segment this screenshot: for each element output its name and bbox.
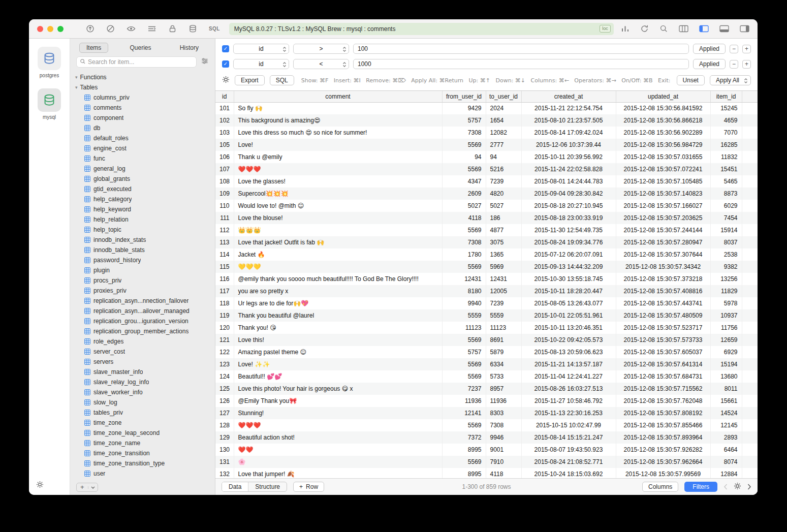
- cell-comment[interactable]: Thank u @emily: [234, 151, 442, 163]
- cell-is_[interactable]: [742, 212, 758, 224]
- cell-from_user_id[interactable]: 4347: [442, 175, 486, 187]
- column-header-is_[interactable]: is_: [742, 91, 758, 102]
- rows-icon[interactable]: [147, 24, 156, 33]
- filter-operator-select[interactable]: <: [293, 59, 349, 69]
- cell-to_user_id[interactable]: 7239: [486, 297, 521, 309]
- cell-updated_at[interactable]: 2015-12-08 15:30:57.443741: [616, 297, 710, 309]
- cell-from_user_id[interactable]: 7308: [442, 127, 486, 139]
- cell-is_[interactable]: [742, 407, 758, 419]
- cell-comment[interactable]: @emily thank you soooo much beautiful!!!…: [234, 273, 442, 285]
- search-input[interactable]: [88, 58, 193, 66]
- cell-comment[interactable]: @Emily Thank you🎀: [234, 395, 442, 407]
- cell-item_id[interactable]: 13256: [710, 273, 742, 285]
- cell-created_at[interactable]: 2015-11-13 22:30:16.253: [521, 407, 616, 419]
- cell-comment[interactable]: Amazing pastel theme 😊: [234, 346, 442, 358]
- sidebar-table-item[interactable]: gtid_executed: [70, 184, 215, 194]
- cell-is_[interactable]: [742, 248, 758, 261]
- table-row[interactable]: 130❤️❤️899590012015-08-07 19:43:50.92320…: [215, 444, 758, 456]
- sidebar-table-item[interactable]: comments: [70, 103, 215, 113]
- filter-settings-gear-icon[interactable]: [222, 76, 230, 85]
- disconnect-icon[interactable]: [106, 24, 115, 33]
- cell-id[interactable]: 121: [215, 334, 234, 346]
- cell-item_id[interactable]: 7070: [710, 127, 742, 139]
- sidebar-table-item[interactable]: engine_cost: [70, 143, 215, 153]
- sql-button[interactable]: SQL: [270, 75, 294, 85]
- toggle-right-panel-icon[interactable]: [740, 25, 749, 33]
- cell-id[interactable]: 109: [215, 187, 234, 200]
- cell-created_at[interactable]: 2015-11-04 12:24:41.227: [521, 370, 616, 383]
- cell-item_id[interactable]: 10937: [710, 309, 742, 322]
- cell-created_at[interactable]: 2015-10-30 13:55:18.745: [521, 273, 616, 285]
- cell-updated_at[interactable]: 2015-12-08 15:30:57.605037: [616, 346, 710, 358]
- cell-to_user_id[interactable]: 94: [486, 151, 521, 163]
- cell-to_user_id[interactable]: 9001: [486, 444, 521, 456]
- sidebar-table-item[interactable]: time_zone_transition: [70, 448, 215, 458]
- filter-value-input[interactable]: [353, 59, 689, 69]
- cell-item_id[interactable]: 8873: [710, 187, 742, 200]
- sidebar-table-item[interactable]: default_roles: [70, 133, 215, 143]
- cell-comment[interactable]: Stunning!: [234, 407, 442, 419]
- filter-operator-select[interactable]: >: [293, 44, 349, 54]
- next-page-icon[interactable]: [747, 484, 751, 490]
- cell-comment[interactable]: Love this dress so much 😍 so nice for su…: [234, 127, 442, 139]
- cell-created_at[interactable]: 2015-09-13 14:44:32.209: [521, 261, 616, 273]
- cell-created_at[interactable]: 2015-10-24 18:15:03.692: [521, 468, 616, 478]
- cell-to_user_id[interactable]: 11936: [486, 395, 521, 407]
- cell-to_user_id[interactable]: 11123: [486, 322, 521, 334]
- cell-to_user_id[interactable]: 8303: [486, 407, 521, 419]
- cell-is_[interactable]: [742, 224, 758, 236]
- cell-updated_at[interactable]: 2015-12-08 15:30:57.715562: [616, 383, 710, 395]
- cell-id[interactable]: 101: [215, 102, 234, 114]
- cell-to_user_id[interactable]: 7239: [486, 175, 521, 187]
- cell-updated_at[interactable]: 2015-12-08 15:30:57.573733: [616, 334, 710, 346]
- table-row[interactable]: 116@emily thank you soooo much beautiful…: [215, 273, 758, 285]
- cell-item_id[interactable]: 6029: [710, 200, 742, 212]
- cell-item_id[interactable]: 8011: [710, 383, 742, 395]
- cell-id[interactable]: 132: [215, 468, 234, 478]
- cell-comment[interactable]: Beautiful!! 💕💕: [234, 370, 442, 383]
- cell-updated_at[interactable]: 2015-12-08 15:30:57.962664: [616, 456, 710, 468]
- cell-from_user_id[interactable]: 5569: [442, 139, 486, 151]
- cell-to_user_id[interactable]: 5969: [486, 261, 521, 273]
- cell-created_at[interactable]: 2015-10-11 20:39:56.992: [521, 151, 616, 163]
- filter-value-input[interactable]: [353, 44, 689, 54]
- cell-from_user_id[interactable]: 2609: [442, 187, 486, 200]
- sidebar-table-item[interactable]: slave_worker_info: [70, 387, 215, 397]
- cell-comment[interactable]: 👑👑👑: [234, 224, 442, 236]
- tab-queries[interactable]: Queries: [122, 43, 158, 53]
- table-row[interactable]: 129Beautiful action shot!737299462015-08…: [215, 431, 758, 444]
- cell-from_user_id[interactable]: 5559: [442, 309, 486, 322]
- cell-created_at[interactable]: 2015-10-22 09:42:05.573: [521, 334, 616, 346]
- cell-from_user_id[interactable]: 11936: [442, 395, 486, 407]
- table-row[interactable]: 126@Emily Thank you🎀11936119362015-11-27…: [215, 395, 758, 407]
- table-row[interactable]: 107❤️❤️❤️556952162015-11-24 22:02:58.828…: [215, 163, 758, 175]
- cell-comment[interactable]: you are so pretty x: [234, 285, 442, 297]
- cell-item_id[interactable]: 2538: [710, 248, 742, 261]
- cell-id[interactable]: 111: [215, 212, 234, 224]
- sidebar-table-item[interactable]: time_zone: [70, 418, 215, 428]
- sidebar-table-item[interactable]: replication_grou...iguration_version: [70, 316, 215, 326]
- sidebar-table-item[interactable]: tables_priv: [70, 408, 215, 418]
- cell-id[interactable]: 116: [215, 273, 234, 285]
- cell-is_[interactable]: [742, 175, 758, 187]
- plus-icon[interactable]: +: [77, 483, 88, 491]
- tab-history[interactable]: History: [173, 43, 206, 53]
- cell-id[interactable]: 102: [215, 114, 234, 127]
- connection-postgres[interactable]: postgres: [38, 47, 61, 78]
- cell-comment[interactable]: Love!: [234, 139, 442, 151]
- cell-to_user_id[interactable]: 12005: [486, 285, 521, 297]
- cell-updated_at[interactable]: 2015-12-08 15:30:57.244144: [616, 224, 710, 236]
- cell-is_[interactable]: [742, 334, 758, 346]
- cell-item_id[interactable]: 15661: [710, 395, 742, 407]
- cell-created_at[interactable]: 2015-11-30 12:54:49.735: [521, 224, 616, 236]
- table-row[interactable]: 132Love that jumper! 🍂899541182015-10-24…: [215, 468, 758, 478]
- cell-id[interactable]: 112: [215, 224, 234, 236]
- cell-comment[interactable]: Ur legs are to die for🙌💖: [234, 297, 442, 309]
- cell-id[interactable]: 107: [215, 163, 234, 175]
- database-icon[interactable]: [188, 24, 197, 33]
- cell-id[interactable]: 110: [215, 200, 234, 212]
- cell-from_user_id[interactable]: 5757: [442, 114, 486, 127]
- export-button[interactable]: Export: [235, 75, 265, 85]
- toggle-left-sidebar-icon[interactable]: [699, 25, 709, 33]
- sidebar-table-item[interactable]: help_relation: [70, 214, 215, 225]
